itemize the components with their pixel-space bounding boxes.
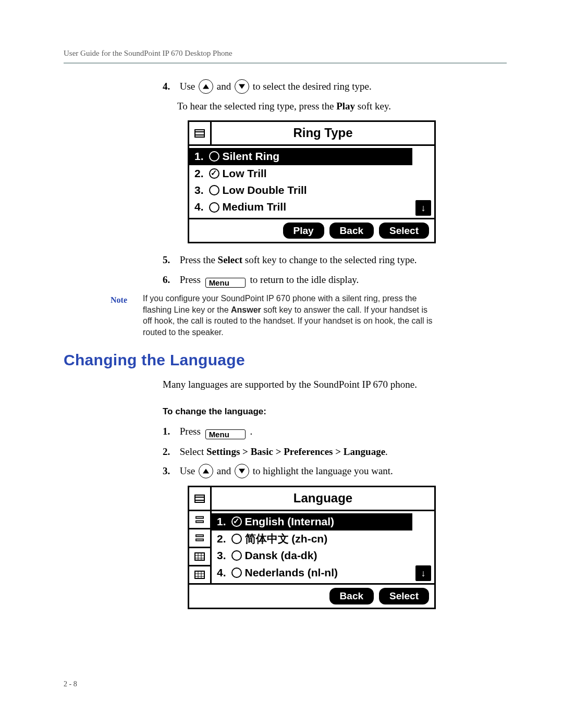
list-item: 3.Low Double Trill: [189, 182, 412, 199]
softkey-bar: BackSelect: [189, 583, 434, 608]
line-icon: [189, 487, 210, 510]
up-arrow-icon: [199, 79, 213, 94]
scroll-indicator: ↓: [412, 511, 434, 583]
text: To hear the selected ring type, press th…: [177, 101, 336, 112]
text: Press: [180, 426, 203, 437]
language-list: 1.English (Internal)2.简体中文 (zh-cn)3.Dans…: [212, 511, 412, 583]
list-item: 2.Low Trill: [189, 165, 412, 182]
section-heading: Changing the Language: [64, 352, 507, 368]
page-number: 2 - 8: [64, 679, 77, 689]
softkey-select: Select: [379, 223, 429, 239]
up-arrow-icon: [199, 464, 213, 478]
svg-rect-1: [195, 571, 204, 578]
scroll-indicator: ↓: [412, 146, 434, 218]
intro-paragraph: Many languages are supported by the Soun…: [163, 377, 507, 392]
note-text: If you configure your SoundPoint IP 670 …: [143, 293, 435, 338]
step-number: 4.: [163, 79, 177, 94]
text: to highlight the language you want.: [253, 465, 393, 476]
text: to return to the idle display.: [250, 274, 359, 285]
language-screenshot: Language 1.English (Internal)2.简体中文 (zh-…: [188, 486, 507, 609]
step-number: 5.: [163, 253, 177, 267]
step-number: 1.: [163, 424, 177, 439]
text: Use: [180, 465, 198, 476]
list-item: 1.Silent Ring: [189, 148, 412, 165]
step-number: 2.: [163, 445, 177, 459]
menu-key-icon: Menu: [205, 278, 246, 288]
text: soft key to change to the selected ring …: [242, 254, 417, 265]
note-label: Note: [111, 293, 127, 338]
bold-text: Settings > Basic > Preferences > Languag…: [206, 446, 385, 457]
list-item: 1.English (Internal): [212, 513, 412, 530]
running-header: User Guide for the SoundPoint IP 670 Des…: [64, 48, 507, 59]
text: soft key.: [355, 101, 391, 112]
softkey-select: Select: [379, 588, 429, 604]
step-number: 3.: [163, 464, 177, 478]
scroll-down-icon: ↓: [415, 565, 431, 581]
softkey-bar: PlayBackSelect: [189, 218, 434, 242]
lang-step-3: 3. Use and to highlight the language you…: [163, 464, 507, 478]
text: Use: [180, 81, 198, 92]
lang-step-1: 1. Press Menu .: [163, 424, 507, 439]
body-column: 4. Use and to select the desired ring ty…: [163, 79, 507, 288]
header-rule: [64, 63, 507, 64]
svg-rect-0: [195, 553, 204, 560]
text: to select the desired ring type.: [253, 81, 372, 92]
procedure-heading: To change the language:: [163, 406, 507, 417]
list-item: 2.简体中文 (zh-cn): [212, 530, 412, 547]
bold-text: Answer: [231, 305, 261, 314]
step-5: 5. Press the Select soft key to change t…: [163, 253, 507, 267]
lang-step-2: 2. Select Settings > Basic > Preferences…: [163, 445, 507, 459]
down-arrow-icon: [235, 464, 249, 478]
lcd-title: Ring Type: [212, 122, 434, 144]
line-icon: [189, 122, 212, 144]
bold-text: Select: [218, 254, 242, 265]
softkey-play: Play: [283, 223, 324, 239]
line-icon-column: [189, 511, 212, 583]
step-6: 6. Press Menu to return to the idle disp…: [163, 273, 507, 288]
menu-key-icon: Menu: [205, 429, 246, 439]
body-column: Many languages are supported by the Soun…: [163, 377, 507, 609]
step-4: 4. Use and to select the desired ring ty…: [163, 79, 507, 94]
text: Press: [180, 274, 203, 285]
text: and: [217, 81, 234, 92]
ring-type-screenshot: Ring Type 1.Silent Ring2.Low Trill3.Low …: [188, 120, 507, 243]
list-item: 4.Nederlands (nl-nl): [212, 564, 412, 581]
text: .: [250, 426, 253, 437]
note-block: Note If you configure your SoundPoint IP…: [111, 293, 507, 338]
text: and: [217, 465, 234, 476]
text: Select: [180, 446, 206, 457]
list-item: 3.Dansk (da-dk): [212, 547, 412, 564]
scroll-down-icon: ↓: [415, 200, 431, 216]
step-4-sub: To hear the selected ring type, press th…: [177, 99, 507, 114]
down-arrow-icon: [235, 79, 249, 94]
lcd-title: Language: [210, 487, 434, 510]
bold-text: Play: [336, 101, 355, 112]
softkey-back: Back: [329, 223, 374, 239]
step-number: 6.: [163, 273, 177, 287]
text: .: [385, 446, 388, 457]
ring-type-list: 1.Silent Ring2.Low Trill3.Low Double Tri…: [189, 146, 412, 218]
text: Press the: [180, 254, 218, 265]
list-item: 4.Medium Trill: [189, 199, 412, 215]
softkey-back: Back: [329, 588, 374, 604]
